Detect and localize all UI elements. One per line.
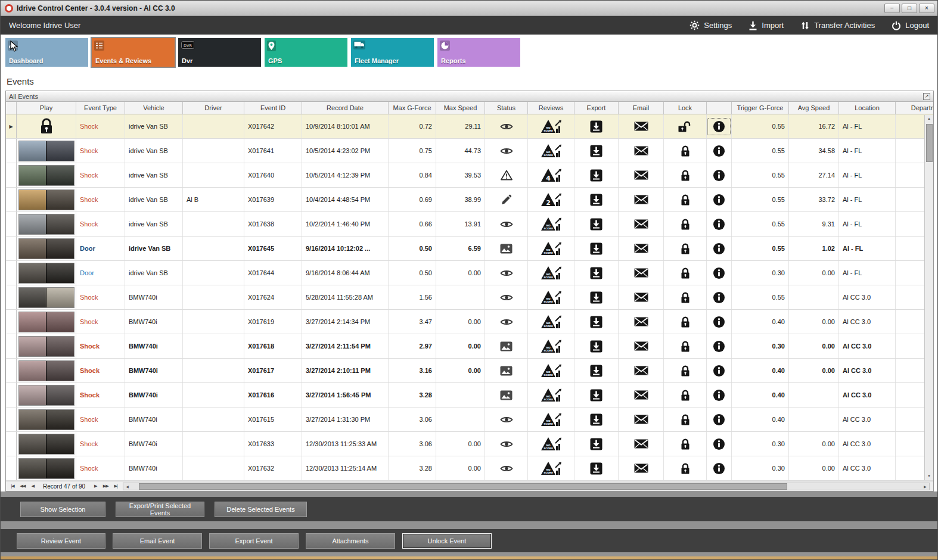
row-selector[interactable] xyxy=(6,163,17,187)
email-icon[interactable] xyxy=(634,341,648,351)
row-selector[interactable] xyxy=(6,432,17,456)
cell-status[interactable] xyxy=(485,261,528,285)
column-header-vehicle[interactable]: Vehicle xyxy=(125,102,183,114)
cell-reviews[interactable]: 4 xyxy=(528,163,574,187)
export-icon[interactable] xyxy=(590,316,602,328)
locked-event-icon[interactable] xyxy=(39,117,54,135)
close-button[interactable]: × xyxy=(919,4,934,13)
cell-status[interactable] xyxy=(485,139,528,163)
row-selector[interactable]: ▶ xyxy=(6,114,17,138)
lock-closed-icon[interactable] xyxy=(679,365,691,377)
column-header-avg_speed[interactable]: Avg Speed xyxy=(789,102,839,114)
tile-events-reviews[interactable]: Events & Reviews xyxy=(92,38,175,67)
row-selector[interactable] xyxy=(6,359,17,382)
lock-closed-icon[interactable] xyxy=(679,291,691,304)
cell-lock[interactable] xyxy=(664,310,707,334)
event-thumbnail[interactable] xyxy=(18,312,74,332)
info-icon[interactable] xyxy=(713,145,725,157)
tile-dvr[interactable]: DVR Dvr xyxy=(178,38,261,67)
column-header-driver[interactable]: Driver xyxy=(183,102,244,114)
export-icon[interactable] xyxy=(590,218,602,231)
cell-lock[interactable] xyxy=(664,359,707,382)
column-header-info[interactable] xyxy=(707,102,732,114)
tile-reports[interactable]: Reports xyxy=(437,38,520,67)
review-score-icon[interactable]: NOSCORE xyxy=(541,216,562,232)
table-row[interactable]: ShockBMW740iX01763312/30/2013 11:25:33 A… xyxy=(6,432,933,456)
lock-closed-icon[interactable] xyxy=(679,438,691,450)
expand-grid-icon[interactable]: ↗ xyxy=(923,93,930,100)
cell-play[interactable] xyxy=(17,383,76,407)
cell-export[interactable] xyxy=(574,114,619,138)
table-row[interactable]: Shockidrive Van SBX01764010/5/2014 4:12:… xyxy=(6,163,933,188)
cell-status[interactable] xyxy=(485,407,528,431)
email-icon[interactable] xyxy=(634,366,648,375)
column-header-event_id[interactable]: Event ID xyxy=(244,102,302,114)
cell-play[interactable] xyxy=(17,261,76,285)
cell-lock[interactable] xyxy=(664,407,707,431)
lock-closed-icon[interactable] xyxy=(679,267,691,279)
table-row[interactable]: Dooridrive Van SBX0176449/16/2014 8:06:4… xyxy=(6,261,933,285)
tile-fleet-manager[interactable]: Fleet Manager xyxy=(351,38,434,67)
email-event-button[interactable]: Email Event xyxy=(113,533,202,549)
tile-gps[interactable]: GPS xyxy=(265,38,347,67)
attachments-button[interactable]: Attachments xyxy=(306,533,395,549)
export-print-selected-button[interactable]: Export/Print Selected Events xyxy=(116,502,204,517)
cell-play[interactable] xyxy=(17,334,76,358)
maximize-button[interactable]: □ xyxy=(902,4,917,13)
cell-lock[interactable] xyxy=(664,139,707,163)
column-header-event_type[interactable]: Event Type xyxy=(76,102,125,114)
cell-export[interactable] xyxy=(574,212,619,236)
export-icon[interactable] xyxy=(590,438,602,450)
prev-page-button[interactable]: ◀◀ xyxy=(18,484,27,489)
cell-reviews[interactable]: 2 xyxy=(528,188,574,211)
cell-play[interactable] xyxy=(17,237,76,260)
info-icon[interactable] xyxy=(713,389,725,402)
info-icon[interactable] xyxy=(713,120,725,133)
export-icon[interactable] xyxy=(590,340,602,353)
cell-status[interactable] xyxy=(485,163,528,187)
cell-info[interactable] xyxy=(707,432,732,456)
info-icon[interactable] xyxy=(713,365,725,377)
logout-button[interactable]: Logout xyxy=(892,21,929,30)
cell-status[interactable] xyxy=(485,310,528,334)
cell-export[interactable] xyxy=(574,407,619,431)
row-selector[interactable] xyxy=(6,261,17,285)
column-header-play[interactable]: Play xyxy=(17,102,76,114)
cell-export[interactable] xyxy=(574,383,619,407)
email-icon[interactable] xyxy=(634,317,648,326)
scroll-down-icon[interactable]: ▼ xyxy=(927,472,931,480)
email-icon[interactable] xyxy=(634,415,648,424)
review-score-icon[interactable]: NOSCORE xyxy=(541,338,562,354)
cell-export[interactable] xyxy=(574,456,619,480)
minimize-button[interactable]: − xyxy=(884,4,900,13)
lock-closed-icon[interactable] xyxy=(679,242,691,255)
column-header-max_g[interactable]: Max G-Force xyxy=(389,102,436,114)
cell-play[interactable] xyxy=(17,212,76,236)
cell-lock[interactable] xyxy=(664,163,707,187)
cell-email[interactable] xyxy=(619,237,664,260)
cell-reviews[interactable]: NOSCORE xyxy=(528,432,574,456)
event-thumbnail[interactable] xyxy=(18,458,74,479)
table-row[interactable]: ShockBMW740iX0176193/27/2014 2:14:34 PM3… xyxy=(6,310,933,334)
event-thumbnail[interactable] xyxy=(18,336,74,357)
export-icon[interactable] xyxy=(590,365,602,377)
table-row[interactable]: Dooridrive Van SBX0176459/16/2014 10:12:… xyxy=(6,237,933,261)
export-icon[interactable] xyxy=(590,291,602,304)
cell-email[interactable] xyxy=(619,163,664,187)
cell-reviews[interactable]: NOSCORE xyxy=(528,139,574,163)
export-icon[interactable] xyxy=(590,389,602,402)
email-icon[interactable] xyxy=(634,219,648,229)
row-selector[interactable] xyxy=(6,139,17,163)
info-icon[interactable] xyxy=(713,169,725,182)
email-icon[interactable] xyxy=(634,244,648,253)
table-row[interactable]: Shockidrive Van SBX01763810/2/2014 1:46:… xyxy=(6,212,933,237)
cell-info[interactable] xyxy=(707,407,732,431)
cell-email[interactable] xyxy=(619,407,664,431)
row-selector[interactable] xyxy=(6,212,17,236)
info-icon[interactable] xyxy=(713,438,725,450)
table-row[interactable]: ShockBMW740iX0176153/27/2014 1:31:30 PM3… xyxy=(6,407,933,432)
cell-lock[interactable] xyxy=(664,432,707,456)
lock-closed-icon[interactable] xyxy=(679,169,691,182)
cell-export[interactable] xyxy=(574,432,619,456)
event-thumbnail[interactable] xyxy=(18,434,74,455)
